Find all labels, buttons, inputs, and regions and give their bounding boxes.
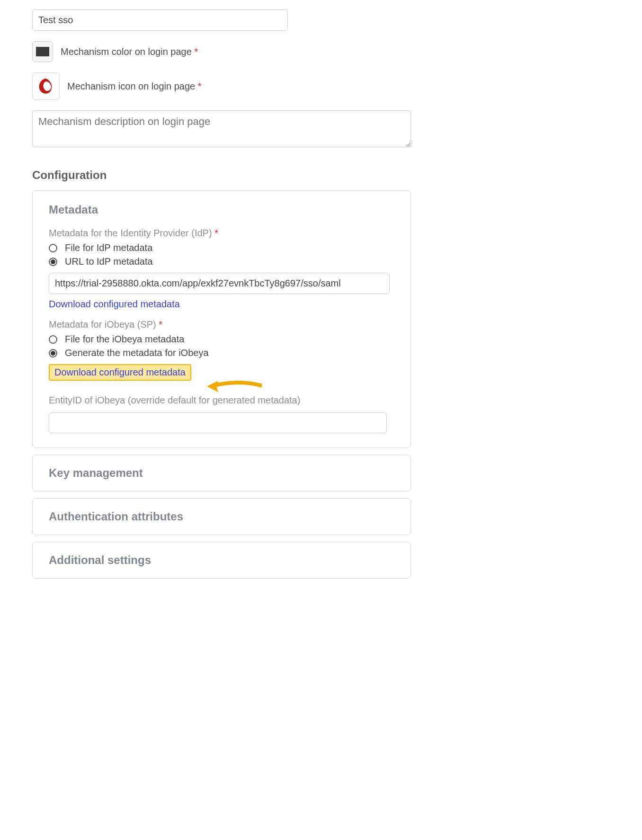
mechanism-name-input[interactable] — [32, 9, 288, 31]
sp-generate-radio-label: Generate the metadata for iObeya — [65, 348, 209, 358]
metadata-panel: Metadata Metadata for the Identity Provi… — [32, 190, 411, 448]
additional-settings-panel[interactable]: Additional settings — [32, 542, 411, 579]
sp-metadata-label: Metadata for iObeya (SP) * — [49, 319, 394, 330]
sp-generate-radio[interactable]: Generate the metadata for iObeya — [49, 348, 394, 358]
radio-icon — [49, 335, 57, 344]
idp-url-radio-label: URL to IdP metadata — [65, 256, 153, 267]
sp-file-radio[interactable]: File for the iObeya metadata — [49, 334, 394, 345]
color-swatch-icon — [36, 47, 49, 56]
idp-file-radio[interactable]: File for IdP metadata — [49, 242, 394, 253]
callout-arrow-icon — [205, 379, 262, 395]
additional-settings-title: Additional settings — [49, 554, 394, 567]
mechanism-icon — [36, 77, 55, 96]
sp-file-radio-label: File for the iObeya metadata — [65, 334, 184, 345]
entity-id-input[interactable] — [49, 412, 387, 433]
idp-url-input[interactable] — [49, 273, 390, 294]
key-management-title: Key management — [49, 466, 394, 480]
key-management-panel[interactable]: Key management — [32, 455, 411, 491]
idp-url-radio[interactable]: URL to IdP metadata — [49, 256, 394, 267]
radio-icon — [49, 244, 57, 252]
idp-metadata-label: Metadata for the Identity Provider (IdP)… — [49, 228, 394, 239]
mechanism-icon-label: Mechanism icon on login page * — [67, 81, 202, 92]
radio-icon — [49, 258, 57, 266]
mechanism-color-swatch[interactable] — [32, 41, 53, 62]
mechanism-description-input[interactable] — [32, 110, 411, 147]
idp-download-metadata-link[interactable]: Download configured metadata — [49, 299, 180, 310]
radio-icon — [49, 349, 57, 357]
entity-id-label: EntityID of iObeya (override default for… — [49, 395, 394, 406]
mechanism-color-label: Mechanism color on login page * — [61, 46, 198, 57]
metadata-title: Metadata — [49, 203, 394, 216]
idp-file-radio-label: File for IdP metadata — [65, 242, 152, 253]
authentication-attributes-title: Authentication attributes — [49, 510, 394, 523]
authentication-attributes-panel[interactable]: Authentication attributes — [32, 498, 411, 535]
sp-download-metadata-link[interactable]: Download configured metadata — [49, 364, 191, 381]
configuration-heading: Configuration — [32, 169, 642, 182]
mechanism-icon-button[interactable] — [32, 72, 60, 100]
